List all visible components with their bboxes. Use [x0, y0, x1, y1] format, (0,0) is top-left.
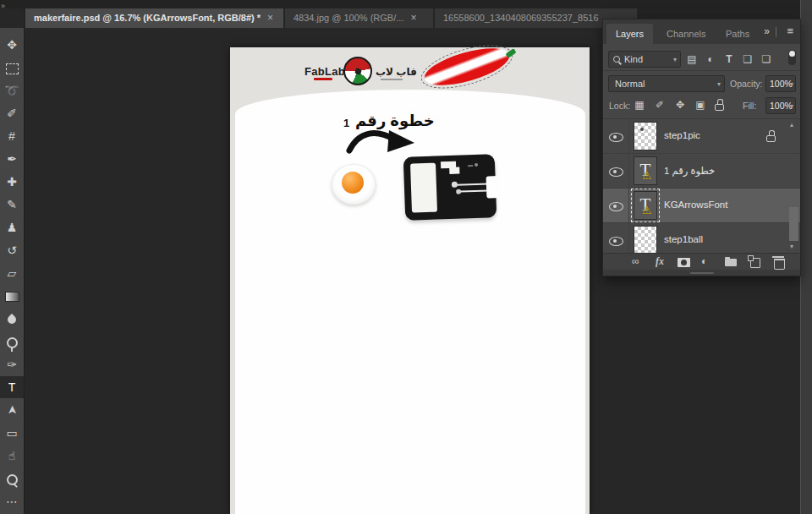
new-group-icon[interactable] [725, 259, 737, 266]
spot-healing-tool[interactable]: ✚ [0, 171, 24, 193]
tab-label: 16558600_1340408069355237_8516 [443, 13, 599, 23]
filter-adjustment-layers-icon[interactable]: ◐ [703, 53, 718, 65]
device-pin [460, 189, 489, 192]
tab-label: 4834.jpg @ 100% (RGB/... [294, 13, 403, 23]
visibility-eye-icon[interactable] [609, 167, 623, 177]
chili-stem [505, 48, 516, 58]
layer-thumbnail[interactable] [634, 122, 657, 150]
eyedropper-tool[interactable]: ✒ [0, 148, 24, 170]
device-logo-line [468, 165, 473, 167]
link-layers-icon[interactable]: ∞ [632, 255, 639, 267]
scroll-up-icon[interactable]: ▴ [790, 121, 793, 128]
chevron-down-icon: ▾ [717, 80, 721, 88]
tab-4834-jpg[interactable]: 4834.jpg @ 100% (RGB/...× [285, 8, 434, 28]
delete-layer-icon[interactable] [774, 259, 785, 270]
lock-transparency-icon[interactable]: ▦ [632, 99, 647, 111]
rectangle-tool[interactable]: ▭ [0, 422, 24, 444]
opacity-dropdown[interactable]: 100% ▾ [765, 75, 796, 92]
blend-mode-dropdown[interactable]: Normal ▾ [608, 75, 725, 92]
fill-dropdown[interactable]: 100% ▾ [765, 97, 796, 114]
device-pin [457, 183, 489, 185]
tab-makerfaire-psd[interactable]: makerfaire.psd @ 16.7% (KGArrowsFont, RG… [25, 8, 284, 28]
kind-label: Kind [624, 54, 643, 64]
new-layer-icon[interactable] [750, 258, 760, 268]
layer-row-step1ball[interactable]: step1ball [603, 223, 800, 253]
hand-tool[interactable]: ☝ [0, 445, 24, 467]
fablab-arabic-subtext [381, 79, 403, 80]
brush-tool[interactable]: ✎ [0, 194, 24, 216]
type-tool[interactable]: T [0, 376, 24, 398]
eraser-icon: ▱ [8, 266, 17, 280]
chevron-down-icon: ▾ [790, 102, 793, 110]
layer-row-arabic-text[interactable]: T ⚠ خطوة رقم 1 [603, 154, 800, 189]
device-edge-notch [486, 176, 499, 198]
clone-stamp-tool[interactable]: ♟ [0, 216, 24, 238]
chevron-down-icon: ▾ [673, 56, 677, 63]
filter-pixel-layers-icon[interactable]: ▤ [684, 53, 700, 65]
type-layer-thumbnail[interactable]: T ⚠ [634, 191, 657, 220]
layer-row-kgarrowsfont-selected[interactable]: T ⚠ KGArrowsFont [603, 189, 800, 223]
pen-icon: ✑ [7, 358, 17, 371]
add-layer-mask-icon[interactable] [678, 258, 690, 267]
eraser-tool[interactable]: ▱ [0, 262, 24, 284]
gradient-tool[interactable] [0, 285, 24, 307]
layer-row-step1pic[interactable]: step1pic [603, 119, 800, 154]
kind-filter-dropdown[interactable]: Kind ▾ [608, 51, 681, 68]
collapse-panel-icon[interactable]: » [764, 25, 770, 37]
history-brush-icon: ↺ [7, 243, 17, 257]
filter-smart-objects-icon[interactable]: ❏ [759, 53, 774, 65]
lock-artboard-icon[interactable]: ▣ [693, 99, 708, 111]
layer-name[interactable]: خطوة رقم 1 [664, 165, 715, 177]
chili-illustration [420, 41, 513, 92]
filter-shape-layers-icon[interactable]: ❑ [740, 53, 755, 65]
lock-all-icon[interactable] [715, 99, 725, 111]
filtering-toggle[interactable] [788, 50, 796, 65]
orange-ball [342, 172, 364, 194]
document-canvas[interactable]: FabLab فاب لاب 1 خطوة رقم [230, 47, 590, 514]
dodge-tool[interactable] [0, 331, 24, 353]
panel-resize-grip[interactable] [603, 270, 800, 276]
visibility-eye-icon[interactable] [609, 237, 623, 246]
device-window [410, 163, 437, 213]
crop-icon: # [8, 129, 15, 143]
lasso-tool[interactable]: ➰ [0, 79, 24, 101]
panel-menu-icon[interactable]: ≡ [787, 25, 793, 37]
more-tools[interactable]: ⋯ [0, 490, 24, 512]
layer-name[interactable]: KGArrowsFont [664, 200, 727, 210]
layer-name[interactable]: step1ball [664, 234, 703, 244]
lock-position-icon[interactable]: ✥ [672, 99, 688, 111]
zoom-tool[interactable] [0, 468, 24, 489]
move-tool[interactable]: ✥ [0, 34, 24, 56]
tab-layers[interactable]: Layers [606, 24, 653, 44]
scroll-down-icon[interactable]: ▾ [790, 243, 793, 250]
device-logo-dot [475, 163, 478, 167]
history-brush-tool[interactable]: ↺ [0, 239, 24, 261]
curved-arrow [345, 125, 421, 161]
crop-tool[interactable]: # [0, 125, 24, 147]
marquee-tool[interactable] [0, 57, 24, 79]
visibility-eye-icon[interactable] [609, 133, 623, 142]
tab-channels[interactable]: Channels [657, 24, 715, 44]
lock-image-icon[interactable]: ✐ [652, 99, 667, 111]
pen-tool[interactable]: ✑ [0, 353, 24, 375]
tab-paths[interactable]: Paths [716, 24, 759, 44]
visibility-eye-icon[interactable] [609, 202, 623, 211]
layers-scrollbar[interactable]: ▴ ▾ [787, 119, 800, 253]
rectangle-icon: ▭ [6, 426, 17, 440]
type-layer-thumbnail[interactable]: T ⚠ [634, 156, 657, 185]
workspace-collapse-icon[interactable]: » [1, 2, 5, 10]
layer-style-fx-icon[interactable]: fx [656, 255, 664, 268]
layer-name[interactable]: step1pic [664, 130, 700, 140]
close-icon[interactable]: × [267, 12, 273, 24]
fablab-arabic-text: فاب لاب [376, 66, 417, 78]
adjustment-layer-icon[interactable]: ◐ [701, 255, 707, 267]
scrollbar-thumb[interactable] [789, 207, 798, 241]
fablab-ball-logo [343, 57, 372, 85]
ellipsis-icon: ⋯ [6, 495, 18, 508]
path-selection-tool[interactable]: ➤ [0, 399, 24, 421]
quick-selection-tool[interactable]: ✐ [0, 102, 24, 124]
layer-thumbnail[interactable] [634, 226, 657, 253]
filter-type-layers-icon[interactable]: T [721, 53, 737, 65]
blur-tool[interactable] [0, 308, 24, 330]
close-icon[interactable]: × [410, 12, 416, 24]
